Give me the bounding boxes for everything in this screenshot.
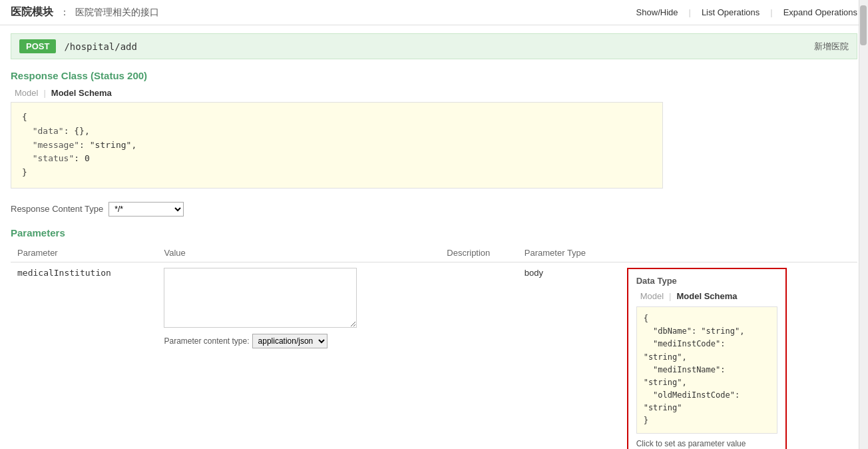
- parameters-section: Parameters Parameter Value Description P…: [11, 227, 857, 449]
- col-parameter: Parameter: [11, 244, 157, 262]
- data-type-tab-sep: |: [668, 290, 672, 302]
- response-schema-tab[interactable]: Model Schema: [47, 87, 116, 99]
- divider-2: |: [770, 7, 772, 17]
- param-name-cell: medicalInstitution: [11, 262, 157, 449]
- page-title-main: 医院模块: [11, 6, 53, 17]
- col-value: Value: [157, 244, 440, 262]
- param-content-type-row: Parameter content type: application/json…: [164, 334, 433, 348]
- method-badge[interactable]: POST: [19, 39, 56, 53]
- content-type-select[interactable]: */* application/json text/plain: [108, 202, 184, 217]
- col-param-type: Parameter Type: [518, 244, 620, 262]
- endpoint-left: POST /hospital/add: [19, 39, 137, 53]
- data-type-title: Data Type: [636, 276, 777, 286]
- code-line-4: "status": 0: [22, 152, 652, 166]
- param-type-cell: body: [518, 262, 620, 449]
- click-to-set-label[interactable]: Click to set as parameter value: [636, 439, 777, 448]
- dt-code-line-5: "oldMediInstCode": "string": [644, 389, 770, 414]
- code-line-5: }: [22, 166, 652, 180]
- response-class-section: Response Class (Status 200) Model | Mode…: [11, 70, 857, 189]
- main-content: POST /hospital/add 新增医院 Response Class (…: [0, 25, 868, 449]
- param-name: medicalInstitution: [17, 268, 111, 278]
- code-line-2: "data": {},: [22, 125, 652, 139]
- content-type-row: Response Content Type */* application/js…: [11, 202, 857, 217]
- data-type-cell: Data Type Model | Model Schema { "dbName…: [620, 262, 857, 449]
- code-line-3: "message": "string",: [22, 139, 652, 153]
- params-header-row: Parameter Value Description Parameter Ty…: [11, 244, 857, 262]
- param-content-type-select[interactable]: application/json text/plain: [252, 334, 327, 348]
- dt-code-line-2: "dbName": "string",: [644, 325, 770, 338]
- endpoint-path: /hospital/add: [64, 41, 137, 52]
- param-row-medical-institution: medicalInstitution Parameter content typ…: [11, 262, 857, 449]
- parameters-title: Parameters: [11, 227, 857, 238]
- response-code-box: { "data": {}, "message": "string", "stat…: [11, 102, 663, 189]
- show-hide-link[interactable]: Show/Hide: [636, 7, 678, 17]
- list-operations-link[interactable]: List Operations: [702, 7, 760, 17]
- col-data-type: [620, 244, 857, 262]
- dt-code-line-1: {: [644, 312, 770, 325]
- divider-1: |: [688, 7, 690, 17]
- col-description: Description: [440, 244, 518, 262]
- data-type-model-tabs: Model | Model Schema: [636, 290, 777, 302]
- dt-code-line-3: "mediInstCode": "string",: [644, 338, 770, 363]
- param-description-cell: [440, 262, 518, 449]
- endpoint-description: 新增医院: [814, 41, 849, 53]
- data-type-schema-tab[interactable]: Model Schema: [672, 290, 741, 302]
- page-title-area: 医院模块 ： 医院管理相关的接口: [11, 5, 159, 19]
- data-type-code-box: { "dbName": "string", "mediInstCode": "s…: [636, 306, 777, 434]
- page-title-sub: 医院管理相关的接口: [75, 7, 159, 17]
- parameters-table: Parameter Value Description Parameter Ty…: [11, 244, 857, 449]
- page-header: 医院模块 ： 医院管理相关的接口 Show/Hide | List Operat…: [0, 0, 868, 25]
- data-type-box: Data Type Model | Model Schema { "dbName…: [627, 268, 787, 449]
- scrollbar-thumb[interactable]: [860, 5, 867, 45]
- endpoint-bar: POST /hospital/add 新增医院: [11, 33, 857, 59]
- param-value-textarea[interactable]: [164, 268, 357, 328]
- content-type-label: Response Content Type: [11, 204, 103, 214]
- dt-code-line-6: }: [644, 414, 770, 427]
- param-value-cell: Parameter content type: application/json…: [157, 262, 440, 449]
- response-class-title: Response Class (Status 200): [11, 70, 857, 81]
- dt-code-line-4: "mediInstName": "string",: [644, 364, 770, 389]
- param-content-type-label: Parameter content type:: [164, 336, 249, 346]
- header-actions: Show/Hide | List Operations | Expand Ope…: [636, 7, 857, 17]
- response-model-tab[interactable]: Model: [11, 87, 42, 99]
- response-class-model-tabs: Model | Model Schema: [11, 87, 857, 99]
- data-type-model-tab[interactable]: Model: [636, 290, 668, 302]
- scrollbar[interactable]: [859, 0, 868, 449]
- model-tab-sep: |: [42, 87, 47, 99]
- page-title-separator: ：: [60, 7, 69, 17]
- code-line-1: {: [22, 111, 652, 125]
- expand-operations-link[interactable]: Expand Operations: [783, 7, 857, 17]
